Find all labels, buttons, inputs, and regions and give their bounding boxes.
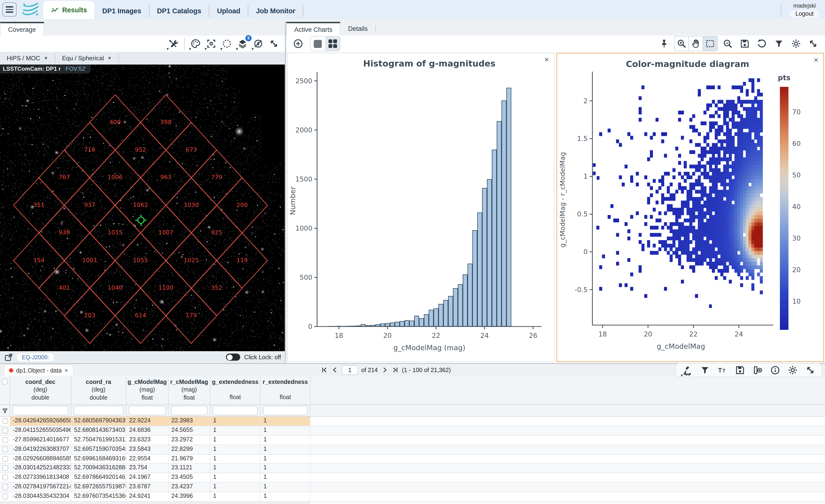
restore-icon[interactable] [755, 36, 769, 51]
pin-icon[interactable] [657, 36, 671, 51]
save-icon[interactable] [738, 36, 752, 51]
expand-icon[interactable] [806, 36, 820, 51]
sky-canvas[interactable] [0, 65, 285, 351]
nav-tab-upload[interactable]: Upload [209, 5, 248, 17]
row-checkbox[interactable] [2, 418, 8, 424]
filter-input-r_extendedness[interactable] [263, 406, 308, 415]
tools-icon[interactable]: ▾ [166, 36, 180, 51]
filter-input-r_cModelMag[interactable] [171, 406, 208, 415]
center-target-icon[interactable]: ▾ [204, 36, 218, 51]
add-column-icon[interactable] [750, 363, 765, 377]
table-row[interactable]: -28.04115265503549652.680814367340324.68… [0, 426, 825, 436]
save-icon[interactable] [733, 363, 747, 377]
page-number-input[interactable] [342, 365, 358, 375]
cmd-chart-card[interactable]: × [556, 53, 824, 362]
tab-coverage[interactable]: Coverage [0, 22, 44, 35]
column-name: r_cModelMag [168, 378, 210, 386]
coverage-options-bar: HiPS / MOC ▼ Equ / Spherical ▼ [0, 52, 285, 65]
popout-icon[interactable] [4, 352, 13, 362]
rotate-compass-icon[interactable]: ▾ [251, 36, 266, 51]
column-header-r_extendedness[interactable]: r_extendednessfloat [260, 376, 310, 404]
hamburger-menu-icon[interactable] [2, 2, 17, 17]
close-icon[interactable]: × [544, 56, 549, 64]
table-row[interactable]: -28.02784197567221452.6972655751987623.6… [0, 483, 825, 492]
next-page-icon[interactable] [381, 366, 388, 373]
projection-dropdown[interactable]: Equ / Spherical ▼ [55, 55, 119, 62]
svg-text:T: T [718, 367, 722, 373]
zoom-in-icon[interactable] [675, 36, 689, 51]
filter-input-coord_ra[interactable] [74, 406, 124, 415]
logout-button[interactable]: Logout [790, 10, 819, 18]
table-header-row: coord_dec(deg)doublecoord_ra(deg)doubleg… [0, 376, 825, 405]
results-zigzag-icon [51, 6, 59, 14]
select-all-checkbox[interactable] [2, 379, 8, 385]
nav-tab-job-monitor[interactable]: Job Monitor [248, 5, 303, 17]
row-checkbox[interactable] [2, 494, 8, 499]
last-page-icon[interactable] [392, 366, 399, 373]
dropdown-caret-icon: ▾ [220, 47, 222, 51]
table-row[interactable]: -28.04264265926865852.68056979043639422.… [0, 417, 825, 426]
click-lock-toggle[interactable] [226, 353, 240, 361]
cell-coord_dec: -28.027841975672214 [10, 483, 71, 492]
column-header-coord_ra[interactable]: coord_ra(deg)double [71, 376, 126, 404]
lasso-select-icon[interactable]: ▾ [220, 36, 234, 51]
nav-tab-dp1-catalogs[interactable]: DP1 Catalogs [149, 5, 209, 17]
row-checkbox[interactable] [2, 475, 8, 481]
info-icon[interactable] [768, 363, 782, 377]
tab-active-charts[interactable]: Active Charts [286, 22, 341, 35]
expand-icon[interactable] [267, 36, 281, 51]
prev-page-icon[interactable] [331, 366, 339, 373]
column-header-g_extendedness[interactable]: g_extendednessfloat [210, 376, 260, 404]
row-checkbox[interactable] [2, 456, 8, 461]
expand-icon[interactable] [803, 363, 817, 377]
sky-coverage-image[interactable]: LSSTComCam: DP1 r FOV:52' [0, 65, 285, 351]
filter-input-g_extendedness[interactable] [213, 406, 258, 415]
layers-count-badge: 5 [245, 35, 251, 41]
box-select-icon[interactable] [703, 36, 717, 51]
filter-input-g_cModelMag[interactable] [129, 406, 166, 415]
filter-icon[interactable] [2, 407, 8, 414]
row-checkbox[interactable] [2, 484, 8, 490]
text-columns-icon[interactable]: TT [716, 363, 730, 377]
cell-coord_ra: 52.700943631628846 [71, 464, 126, 473]
single-chart-icon[interactable] [310, 36, 325, 51]
nav-tab-label: DP1 Catalogs [157, 7, 201, 15]
row-checkbox[interactable] [2, 446, 8, 452]
zoom-original-icon[interactable]: 1X [721, 36, 735, 51]
table-row[interactable]: -28.0419226308370752.6957159070354523.58… [0, 445, 825, 454]
microscope-icon[interactable]: ▾ [680, 363, 694, 377]
close-icon[interactable]: × [65, 367, 68, 374]
grid-charts-icon[interactable] [325, 36, 340, 51]
row-checkbox[interactable] [2, 465, 8, 471]
filter-icon[interactable] [698, 363, 712, 377]
pan-hand-icon[interactable] [689, 36, 703, 51]
table-row[interactable]: -27.8599621401667752.7504761991531123.63… [0, 436, 825, 445]
first-page-icon[interactable] [321, 366, 328, 373]
cmd-canvas[interactable] [557, 54, 821, 359]
palette-icon[interactable]: ▾ [189, 36, 203, 51]
table-row[interactable]: -28.02926608894658552.6996168469316922.9… [0, 454, 825, 464]
nav-tab-results[interactable]: Results [43, 1, 95, 19]
filter-icon[interactable] [772, 36, 786, 51]
table-pagination: of 214 (1 - 100 of 21,362) [321, 364, 451, 376]
table-row[interactable]: -28.0304453543230452.6976073541536624.92… [0, 492, 825, 502]
settings-icon[interactable] [789, 36, 803, 51]
column-header-r_cModelMag[interactable]: r_cModelMag(mag)float [168, 376, 210, 404]
histogram-canvas[interactable] [288, 53, 553, 361]
layers-icon[interactable]: ▾5 [235, 36, 250, 51]
row-checkbox[interactable] [2, 428, 8, 433]
nav-tab-dp1-images[interactable]: DP1 Images [95, 5, 149, 17]
tab-details[interactable]: Details [341, 22, 375, 35]
table-row[interactable]: -28.03014252148233352.70094363162884623.… [0, 464, 825, 474]
settings-icon[interactable] [785, 363, 800, 377]
hips-moc-dropdown[interactable]: HiPS / MOC ▼ [0, 55, 55, 62]
histogram-chart-card[interactable]: × [287, 53, 554, 362]
table-row[interactable]: -28.0273396181340852.6978664920146224.19… [0, 474, 825, 483]
column-header-coord_dec[interactable]: coord_dec(deg)double [10, 376, 71, 404]
table-tab[interactable]: dp1.Object - data × [4, 364, 73, 376]
close-icon[interactable]: × [814, 56, 818, 64]
filter-input-coord_dec[interactable] [12, 406, 68, 415]
row-checkbox[interactable] [2, 437, 8, 443]
column-header-g_cModelMag[interactable]: g_cModelMag(mag)float [126, 376, 168, 404]
add-chart-icon[interactable] [291, 36, 305, 51]
